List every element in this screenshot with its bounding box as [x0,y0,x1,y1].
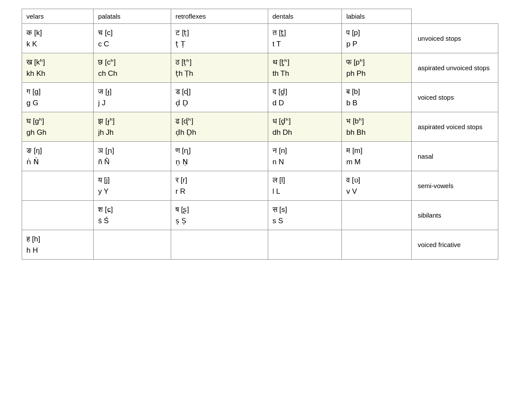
cell-r5-c4: व [ʋ]v V [342,171,412,201]
cell-content: च [c]c C [98,27,166,49]
cell-line2: g G [26,98,89,109]
table-row-3: घ [gʰ]gh Ghझ [ɟʰ]jh Jhढ [ɖʰ]ḍh Ḍhध [d̪ʰ]… [22,112,498,142]
cell-line2: h H [26,245,89,256]
cell-line1: श [ɕ] [98,204,166,215]
table-row-6: श [ɕ]ś Śष [ʂ]ṣ Ṣस [s]s Ssibilants [22,201,498,230]
row-label-4: nasal [412,142,498,171]
cell-content: ड [ɖ]ḍ Ḍ [176,86,263,108]
cell-r0-c2: ट [ṭ]ṭ Ṭ [171,24,268,53]
cell-line2: c C [98,39,166,50]
cell-r1-c4: फ [pʰ]ph Ph [342,53,412,83]
cell-content: ञ [ɲ]ñ Ñ [98,145,166,167]
cell-line1: ढ [ɖʰ] [176,116,263,127]
cell-line1: प [p] [346,27,407,39]
cell-line2: ḍh Ḍh [176,127,263,138]
cell-content: क [k]k K [26,27,89,49]
cell-line2: k K [26,39,89,50]
cell-r4-c0: ङ [ŋ]ṅ Ṅ [22,142,94,171]
cell-r2-c3: द [d̪]d D [268,83,341,112]
cell-content: थ [t̪ʰ]th Th [273,57,337,79]
table-row-7: ह [h]h Hvoiced fricative [22,230,498,260]
cell-content: घ [gʰ]gh Gh [26,116,89,138]
table-row-0: क [k]k Kच [c]c Cट [ṭ]ṭ Ṭत [t̪]t Tप [p]p … [22,24,498,53]
cell-line1: व [ʋ] [346,175,407,186]
cell-content: फ [pʰ]ph Ph [346,57,407,79]
cell-r4-c2: ण [ɳ]ṇ Ṇ [171,142,268,171]
cell-r2-c1: ज [ɟ]j J [94,83,171,112]
cell-r7-c4 [342,230,412,260]
cell-r5-c0 [22,171,94,201]
cell-content: द [d̪]d D [273,86,337,108]
cell-r1-c0: ख [kʰ]kh Kh [22,53,94,83]
cell-line2: y Y [98,186,166,197]
cell-r2-c4: ब [b]b B [342,83,412,112]
cell-line2: s S [273,215,337,227]
cell-line2: j J [98,98,166,109]
row-label-0: unvoiced stops [412,24,498,53]
cell-r7-c0: ह [h]h H [22,230,94,260]
cell-content: म [m]m M [346,145,407,167]
cell-line2: ch Ch [98,68,166,79]
cell-line1: ह [h] [26,234,89,245]
cell-r7-c1 [94,230,171,260]
cell-line1: ग [g] [26,86,89,98]
cell-line1: र [r] [176,175,263,186]
row-label-7: voiced fricative [412,230,498,260]
cell-content: ण [ɳ]ṇ Ṇ [176,145,263,167]
cell-line1: फ [pʰ] [346,57,407,68]
cell-line1: द [d̪] [273,86,337,98]
cell-line2: ph Ph [346,68,407,79]
cell-line1: ब [b] [346,86,407,98]
cell-line1: घ [gʰ] [26,116,89,127]
cell-content: ङ [ŋ]ṅ Ṅ [26,145,89,167]
cell-line2: ñ Ñ [98,156,166,168]
cell-line2: p P [346,39,407,50]
cell-line2: bh Bh [346,127,407,138]
cell-content: भ [bʰ]bh Bh [346,116,407,138]
cell-line1: म [m] [346,145,407,156]
cell-content: ट [ṭ]ṭ Ṭ [176,27,263,49]
cell-r0-c0: क [k]k K [22,24,94,53]
cell-line2: n N [273,156,337,168]
cell-line2: dh Dh [273,127,337,138]
cell-content: झ [ɟʰ]jh Jh [98,116,166,138]
cell-content: ह [h]h H [26,234,89,256]
cell-line1: च [c] [98,27,166,39]
cell-line1: ङ [ŋ] [26,145,89,156]
cell-line1: ड [ɖ] [176,86,263,98]
cell-line2: v V [346,186,407,197]
cell-r1-c2: ठ [ṭʰ]ṭh Ṭh [171,53,268,83]
cell-line1: ण [ɳ] [176,145,263,156]
cell-line1: थ [t̪ʰ] [273,57,337,68]
cell-line2: ṭh Ṭh [176,68,263,79]
cell-line2: ṇ Ṇ [176,156,263,168]
cell-r3-c3: ध [d̪ʰ]dh Dh [268,112,341,142]
cell-line1: क [k] [26,27,89,39]
cell-r3-c0: घ [gʰ]gh Gh [22,112,94,142]
cell-line1: ष [ʂ] [176,204,263,215]
cell-r5-c2: र [r]r R [171,171,268,201]
cell-content: र [r]r R [176,175,263,197]
cell-line1: न [n] [273,145,337,156]
cell-line1: त [t̪] [273,27,337,39]
cell-content: छ [cʰ]ch Ch [98,57,166,79]
cell-r3-c4: भ [bʰ]bh Bh [342,112,412,142]
cell-r6-c4 [342,201,412,230]
cell-r7-c3 [268,230,341,260]
cell-line2: ṭ Ṭ [176,39,263,50]
column-header-3: dentals [268,9,341,24]
table-row-2: ग [g]g Gज [ɟ]j Jड [ɖ]ḍ Ḍद [d̪]d Dब [b]b … [22,83,498,112]
column-header-2: retroflexes [171,9,268,24]
cell-r6-c2: ष [ʂ]ṣ Ṣ [171,201,268,230]
cell-line1: स [s] [273,204,337,215]
cell-line2: t T [273,39,337,50]
cell-line2: th Th [273,68,337,79]
cell-r5-c1: य [j]y Y [94,171,171,201]
header-row: velarspalatalsretroflexesdentalslabials [22,9,498,24]
cell-content: स [s]s S [273,204,337,226]
cell-r6-c1: श [ɕ]ś Ś [94,201,171,230]
table-row-5: य [j]y Yर [r]r Rल [l]l Lव [ʋ]v Vsemi-vow… [22,171,498,201]
cell-r1-c3: थ [t̪ʰ]th Th [268,53,341,83]
cell-content: त [t̪]t T [273,27,337,49]
cell-r6-c3: स [s]s S [268,201,341,230]
